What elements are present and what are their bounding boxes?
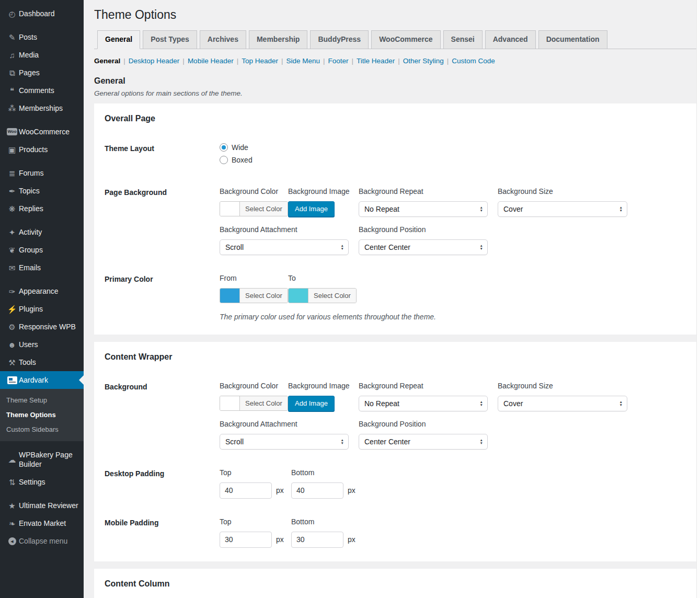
sidebar-item-plugins[interactable]: ⚡ Plugins [0, 300, 84, 318]
panel-heading-content-column: Content Column [105, 579, 686, 589]
sidebar-item-topics[interactable]: ✒ Topics [0, 182, 84, 200]
wrapper-background-size-select[interactable]: Cover ▲▼ [498, 396, 627, 411]
subnav-link-footer[interactable]: Footer [328, 57, 349, 65]
page-background-label: Page Background [105, 187, 220, 255]
tab-sensei[interactable]: Sensei [443, 30, 483, 49]
tab-membership[interactable]: Membership [249, 30, 307, 49]
section-description: General options for main sections of the… [94, 89, 696, 97]
sidebar-item-ultimate-reviewer[interactable]: ★ Ultimate Reviewer [0, 497, 84, 514]
subnav-separator: | [123, 57, 125, 65]
background-size-label: Background Size [498, 187, 627, 196]
primary-color-description: The primary color used for various eleme… [220, 313, 686, 321]
sidebar-item-tools[interactable]: ⚒ Tools [0, 353, 84, 371]
radio-wide-input[interactable] [220, 143, 228, 152]
select-arrows-icon: ▲▼ [480, 439, 483, 444]
radio-boxed-input[interactable] [220, 156, 228, 164]
subnav-link-side-menu[interactable]: Side Menu [286, 57, 320, 65]
row-mobile-padding: Mobile Padding Top px Bottom [105, 518, 686, 548]
top-label: Top [220, 468, 291, 477]
tab-buddypress[interactable]: BuddyPress [310, 30, 369, 49]
sidebar-item-replies[interactable]: ❋ Replies [0, 200, 84, 217]
mobile-padding-top-input[interactable] [220, 532, 272, 548]
wrapper-background-label: Background [105, 382, 220, 450]
wrapper-background-attachment-select[interactable]: Scroll ▲▼ [220, 434, 349, 450]
background-attachment-select[interactable]: Scroll ▲▼ [220, 239, 349, 255]
primary-color-from-picker[interactable]: Select Color [220, 288, 288, 303]
submenu-item-theme-setup[interactable]: Theme Setup [0, 393, 84, 407]
desktop-padding-top-input[interactable] [220, 482, 272, 499]
background-repeat-select[interactable]: No Repeat ▲▼ [359, 201, 488, 217]
sidebar-item-settings[interactable]: ⇅ Settings [0, 473, 84, 491]
page-bg-color-picker[interactable]: Select Color [220, 201, 288, 216]
comment-bubble-icon: ❝ [7, 85, 17, 96]
section-heading: General [94, 76, 696, 86]
sidebar-item-media[interactable]: ♫ Media [0, 46, 84, 64]
sidebar-item-woocommerce[interactable]: Woo WooCommerce [0, 123, 84, 141]
current-menu-arrow [79, 375, 84, 385]
subnav-link-mobile-header[interactable]: Mobile Header [188, 57, 234, 65]
sidebar-item-appearance[interactable]: ✑ Appearance [0, 282, 84, 300]
theme-layout-label: Theme Layout [105, 143, 220, 168]
color-swatch [220, 396, 240, 410]
sidebar-item-envato-market[interactable]: ❧ Envato Market [0, 514, 84, 532]
subnav-link-custom-code[interactable]: Custom Code [452, 57, 495, 65]
background-size-select[interactable]: Cover ▲▼ [498, 201, 627, 217]
tab-woocommerce[interactable]: WooCommerce [371, 30, 440, 49]
aardvark-submenu: Theme Setup Theme Options Custom Sidebar… [0, 389, 84, 441]
submenu-item-custom-sidebars[interactable]: Custom Sidebars [0, 422, 84, 436]
select-arrows-icon: ▲▼ [341, 439, 344, 444]
general-subnav: General|Desktop Header|Mobile Header|Top… [94, 56, 696, 65]
bee-icon: ❋ [7, 203, 17, 214]
collapse-menu-button[interactable]: ◀ Collapse menu [0, 532, 84, 550]
submenu-item-theme-options[interactable]: Theme Options [0, 407, 84, 422]
tab-advanced[interactable]: Advanced [485, 30, 536, 49]
background-position-select[interactable]: Center Center ▲▼ [359, 239, 488, 255]
tab-documentation[interactable]: Documentation [538, 30, 607, 49]
radio-boxed[interactable]: Boxed [220, 156, 686, 164]
sidebar-item-pages[interactable]: ⧉ Pages [0, 64, 84, 82]
wrapper-bg-color-picker[interactable]: Select Color [220, 396, 288, 411]
sidebar-item-products[interactable]: ▣ Products [0, 141, 84, 158]
sidebar-item-emails[interactable]: ✉ Emails [0, 259, 84, 277]
sidebar-item-forums[interactable]: ≣ Forums [0, 164, 84, 182]
sidebar-item-dashboard[interactable]: ◴ Dashboard [0, 5, 84, 22]
sidebar-item-comments[interactable]: ❝ Comments [0, 82, 84, 99]
primary-color-to-picker[interactable]: Select Color [288, 288, 357, 303]
subnav-link-desktop-header[interactable]: Desktop Header [129, 57, 180, 65]
sidebar-item-users[interactable]: ☻ Users [0, 336, 84, 353]
add-image-button[interactable]: Add Image [288, 201, 335, 217]
scrollbar[interactable] [696, 0, 700, 598]
subnav-link-general[interactable]: General [94, 57, 120, 65]
mobile-padding-bottom-input[interactable] [291, 532, 343, 548]
add-image-button[interactable]: Add Image [288, 396, 335, 411]
tab-archives[interactable]: Archives [200, 30, 246, 49]
select-arrows-icon: ▲▼ [480, 400, 483, 406]
panel-heading-content-wrapper: Content Wrapper [105, 352, 686, 362]
panel-heading-overall-page: Overall Page [105, 114, 686, 123]
subnav-link-title-header[interactable]: Title Header [357, 57, 395, 65]
wrapper-background-repeat-select[interactable]: No Repeat ▲▼ [359, 396, 488, 411]
sidebar-item-aardvark[interactable]: Aardvark [0, 371, 84, 389]
sidebar-item-responsive-wpb[interactable]: ⚙ Responsive WPB [0, 318, 84, 336]
forums-icon: ≣ [7, 168, 17, 178]
admin-sidebar: ◴ Dashboard ✎ Posts ♫ Media ⧉ Pages ❝ Co… [0, 0, 84, 598]
desktop-padding-label: Desktop Padding [105, 468, 220, 499]
tab-general[interactable]: General [97, 30, 140, 49]
subnav-separator: | [447, 57, 449, 65]
aardvark-theme-icon [7, 375, 17, 385]
px-unit: px [348, 486, 355, 494]
to-label: To [288, 274, 357, 283]
subnav-separator: | [182, 57, 185, 65]
subnav-link-other-styling[interactable]: Other Styling [403, 57, 444, 65]
sidebar-item-activity[interactable]: ✦ Activity [0, 223, 84, 241]
subnav-link-top-header[interactable]: Top Header [242, 57, 278, 65]
sidebar-item-groups[interactable]: ❦ Groups [0, 241, 84, 259]
wrapper-background-position-select[interactable]: Center Center ▲▼ [359, 434, 488, 450]
tab-post-types[interactable]: Post Types [143, 30, 197, 49]
background-image-label: Background Image [288, 187, 359, 196]
radio-wide[interactable]: Wide [220, 143, 686, 152]
sidebar-item-memberships[interactable]: ⁂ Memberships [0, 99, 84, 117]
desktop-padding-bottom-input[interactable] [291, 482, 343, 499]
sidebar-item-posts[interactable]: ✎ Posts [0, 28, 84, 46]
sidebar-item-wpbakery[interactable]: ☁ WPBakery Page Builder [0, 446, 84, 473]
